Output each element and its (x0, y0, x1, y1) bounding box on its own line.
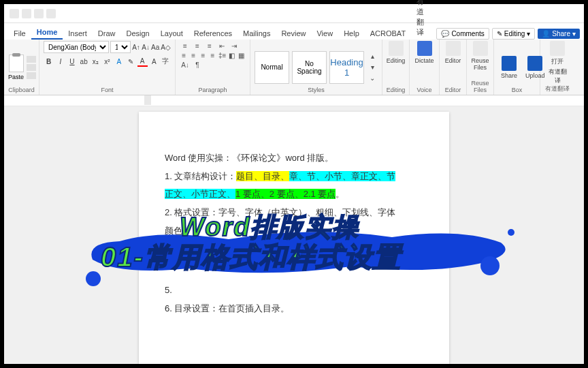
show-marks-icon[interactable]: ¶ (192, 60, 203, 70)
strike-icon[interactable]: ab (79, 56, 89, 67)
group-youdao: 有道翻译 (540, 85, 574, 93)
borders-icon[interactable]: ▦ (238, 50, 246, 60)
doc-line[interactable]: 6. 目录设置：在首页插入目录。 (165, 301, 423, 318)
highlight-icon[interactable]: ✎ (125, 56, 135, 67)
tab-mailings[interactable]: Mailings (238, 27, 276, 40)
editing-button[interactable]: ✎ Editing ▾ (492, 28, 536, 40)
font-color-icon[interactable]: A (137, 56, 148, 67)
share-button[interactable]: 👤 Share ▾ (538, 29, 580, 39)
tab-references[interactable]: References (189, 27, 238, 40)
dec-indent-icon[interactable]: ⇤ (216, 41, 227, 50)
shading-icon[interactable]: ◧ (228, 50, 236, 60)
doc-line[interactable]: 2. 格式设置：字号、字体（中英文）、粗细、下划线、字体 (165, 204, 423, 221)
tab-youdao[interactable]: 有道翻译 (411, 0, 436, 40)
reuse-icon[interactable] (473, 41, 488, 56)
tab-insert[interactable]: Insert (63, 27, 93, 40)
group-clipboard: Clipboard (4, 87, 39, 93)
tab-draw[interactable]: Draw (93, 27, 121, 40)
style-normal[interactable]: Normal (255, 51, 289, 84)
cut-icon[interactable] (27, 56, 36, 63)
font-size-select[interactable]: 18 (110, 41, 131, 53)
line-spacing-icon[interactable]: ‡≡ (218, 50, 227, 60)
underline-icon[interactable]: U (67, 56, 77, 67)
subscript-icon[interactable]: x₂ (91, 56, 101, 67)
dictate-icon[interactable] (417, 41, 432, 56)
styles-more-icon[interactable]: ⌄ (367, 74, 378, 83)
doc-line[interactable]: 1. 文章结构设计：题目、目录、章、节、小节、章正文、节 (165, 168, 423, 185)
bold-icon[interactable]: B (44, 56, 54, 67)
doc-line[interactable]: 正文、小节正文、1 要点、2 要点、2.1 要点。 (165, 186, 423, 203)
group-font: Font (39, 87, 175, 93)
group-editor: Editor (440, 87, 466, 93)
group-reuse: Reuse Files (467, 80, 493, 93)
format-painter-icon[interactable] (27, 72, 36, 79)
align-right-icon[interactable]: ≡ (199, 50, 207, 60)
tab-home[interactable]: Home (31, 26, 63, 40)
page[interactable]: Word 使用实操：《环保论文》word 排版。 1. 文章结构设计：题目、目录… (139, 112, 449, 364)
group-voice: Voice (410, 87, 439, 93)
phonetic-icon[interactable]: 字 (161, 56, 171, 67)
group-styles: Styles (250, 87, 382, 93)
ruler[interactable] (4, 95, 584, 106)
font-family-select[interactable]: DengXian (Body Asia (44, 41, 109, 53)
text-effects-icon[interactable]: A (114, 56, 124, 67)
group-paragraph: Paragraph (176, 87, 250, 93)
tab-view[interactable]: View (311, 27, 338, 40)
group-box: Box (494, 87, 540, 93)
tab-help[interactable]: Help (338, 27, 365, 40)
style-heading1[interactable]: Heading 1 (329, 51, 364, 84)
comments-button[interactable]: 💬 Comments (436, 28, 489, 40)
change-case-icon[interactable]: Aa (151, 42, 159, 52)
ribbon: Paste Clipboard DengXian (Body Asia 18 A… (4, 40, 584, 95)
tab-bar: File Home Insert Draw Design Layout Refe… (4, 23, 584, 40)
editing-icon[interactable] (389, 41, 404, 56)
youdao-open-icon[interactable] (550, 41, 565, 56)
autosave-icon[interactable] (10, 9, 19, 18)
styles-up-icon[interactable]: ▴ (367, 52, 378, 61)
box-share-icon[interactable] (502, 56, 517, 71)
clear-format-icon[interactable]: A◇ (161, 42, 171, 52)
align-left-icon[interactable]: ≡ (180, 50, 188, 60)
multilevel-icon[interactable]: ≡ (204, 41, 215, 50)
styles-down-icon[interactable]: ▾ (367, 63, 378, 72)
document-area[interactable]: Word 使用实操：《环保论文》word 排版。 1. 文章结构设计：题目、目录… (4, 106, 584, 364)
increase-font-icon[interactable]: A↑ (132, 42, 140, 52)
sort-icon[interactable]: A↓ (180, 60, 191, 70)
numbering-icon[interactable]: ≡ (192, 41, 203, 50)
superscript-icon[interactable]: x² (102, 56, 112, 67)
tab-review[interactable]: Review (276, 27, 311, 40)
doc-line[interactable]: 5. (165, 282, 423, 299)
undo-icon[interactable] (34, 9, 44, 18)
decrease-font-icon[interactable]: A↓ (142, 42, 150, 52)
bullets-icon[interactable]: ≡ (180, 41, 191, 50)
redo-icon[interactable] (46, 9, 56, 18)
paste-label: Paste (8, 74, 24, 80)
save-icon[interactable] (22, 9, 31, 18)
doc-line[interactable]: 颜色 (165, 223, 423, 240)
paste-icon[interactable] (9, 55, 24, 72)
char-border-icon[interactable]: A (149, 56, 159, 67)
doc-line[interactable]: Word 使用实操：《环保论文》word 排版。 (165, 150, 423, 167)
inc-indent-icon[interactable]: ⇥ (229, 41, 240, 50)
align-center-icon[interactable]: ≡ (189, 50, 197, 60)
style-nospacing[interactable]: No Spacing (292, 51, 327, 84)
tab-acrobat[interactable]: ACROBAT (365, 27, 411, 40)
copy-icon[interactable] (27, 64, 36, 71)
justify-icon[interactable]: ≡ (208, 50, 216, 60)
tab-layout[interactable]: Layout (155, 27, 189, 40)
tab-design[interactable]: Design (120, 27, 154, 40)
italic-icon[interactable]: I (55, 56, 65, 67)
group-editing: Editing (382, 87, 409, 93)
doc-line[interactable]: 3. (165, 241, 423, 258)
editor-icon[interactable] (446, 41, 461, 56)
title-bar (4, 4, 584, 23)
tab-file[interactable]: File (8, 27, 31, 40)
